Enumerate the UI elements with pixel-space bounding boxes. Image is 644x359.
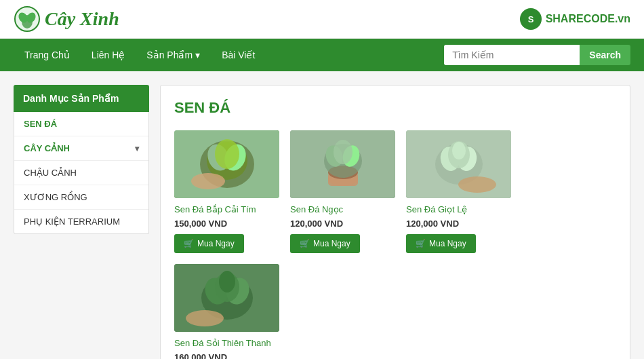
product-price-1: 150,000 VND bbox=[174, 219, 279, 229]
product-card-3: Sen Đá Giọt Lệ 120,000 VND 🛒 Mua Ngay bbox=[406, 130, 511, 253]
product-name-3: Sen Đá Giọt Lệ bbox=[406, 204, 511, 216]
buy-button-1[interactable]: 🛒 Mua Ngay bbox=[174, 234, 244, 253]
nav-item-contact[interactable]: Liên Hệ bbox=[81, 39, 136, 71]
sharecode-logo-icon: S bbox=[520, 8, 542, 30]
product-price-3: 120,000 VND bbox=[406, 219, 511, 229]
sidebar-item-senda[interactable]: SEN ĐÁ bbox=[14, 112, 148, 136]
svg-point-27 bbox=[458, 176, 496, 193]
product-image-4[interactable] bbox=[174, 264, 279, 332]
buy-button-3[interactable]: 🛒 Mua Ngay bbox=[406, 234, 476, 253]
nav-item-home[interactable]: Trang Chủ bbox=[14, 39, 81, 71]
product-card-2: Sen Đá Ngọc 120,000 VND 🛒 Mua Ngay bbox=[290, 130, 395, 253]
product-grid: Sen Đá Bắp Cải Tím 150,000 VND 🛒 Mua Nga… bbox=[174, 130, 616, 359]
sidebar: Danh Mục Sản Phẩm SEN ĐÁ CÂY CẢNH ▾ CHẬU… bbox=[14, 85, 149, 359]
product-name-4: Sen Đá Sỏi Thiên Thanh bbox=[174, 337, 279, 349]
product-name-2: Sen Đá Ngọc bbox=[290, 204, 395, 216]
cart-icon-3: 🛒 bbox=[416, 239, 426, 248]
sidebar-item-chauchanh[interactable]: CHẬU CẢNH bbox=[14, 161, 148, 185]
search-button[interactable]: Search bbox=[580, 45, 630, 65]
product-card-1: Sen Đá Bắp Cải Tím 150,000 VND 🛒 Mua Nga… bbox=[174, 130, 279, 253]
product-area-title: SEN ĐÁ bbox=[174, 99, 616, 117]
plant-svg-4 bbox=[174, 264, 279, 332]
header: Cây Xinh S SHARECODE.vn bbox=[0, 0, 644, 39]
sidebar-menu: SEN ĐÁ CÂY CẢNH ▾ CHẬU CẢNH XƯƠNG RỒNG P… bbox=[14, 112, 149, 234]
search-input[interactable] bbox=[444, 45, 580, 65]
svg-point-33 bbox=[219, 271, 235, 292]
sharecode-badge: S SHARECODE.vn bbox=[520, 8, 630, 30]
product-image-1[interactable] bbox=[174, 130, 279, 198]
cart-icon-1: 🛒 bbox=[184, 239, 194, 248]
nav-item-products[interactable]: Sản Phẩm ▾ bbox=[136, 39, 211, 71]
product-image-3[interactable] bbox=[406, 130, 511, 198]
nav-item-blog[interactable]: Bài Viết bbox=[211, 39, 266, 71]
product-area: SEN ĐÁ Sen Đá Bắp Cải Tím bbox=[160, 85, 630, 359]
product-name-1: Sen Đá Bắp Cải Tím bbox=[174, 204, 279, 216]
logo-text: Cây Xinh bbox=[45, 8, 119, 30]
sidebar-item-phukien[interactable]: PHỤ KIỆN TERRARIUM bbox=[14, 210, 148, 233]
chevron-icon: ▾ bbox=[135, 144, 139, 153]
cart-icon-2: 🛒 bbox=[300, 239, 310, 248]
plant-svg-1 bbox=[174, 130, 279, 198]
main-content: Danh Mục Sản Phẩm SEN ĐÁ CÂY CẢNH ▾ CHẬU… bbox=[0, 71, 644, 359]
dropdown-arrow-icon: ▾ bbox=[195, 50, 200, 60]
logo[interactable]: Cây Xinh bbox=[14, 5, 119, 33]
product-price-4: 160,000 VND bbox=[174, 352, 279, 359]
product-image-2[interactable] bbox=[290, 130, 395, 198]
product-price-2: 120,000 VND bbox=[290, 219, 395, 229]
svg-point-12 bbox=[191, 173, 225, 189]
product-card-4: Sen Đá Sỏi Thiên Thanh 160,000 VND 🛒 Mua… bbox=[174, 264, 279, 359]
logo-icon bbox=[14, 5, 41, 33]
svg-point-34 bbox=[186, 310, 224, 326]
plant-svg-3 bbox=[406, 130, 511, 198]
sidebar-item-xuongcong[interactable]: XƯƠNG RỒNG bbox=[14, 185, 148, 210]
nav: Trang Chủ Liên Hệ Sản Phẩm ▾ Bài Viết Se… bbox=[0, 39, 644, 71]
nav-left: Trang Chủ Liên Hệ Sản Phẩm ▾ Bài Viết bbox=[14, 39, 266, 71]
svg-point-26 bbox=[452, 142, 466, 159]
nav-search: Search bbox=[444, 45, 630, 65]
plant-svg-2 bbox=[290, 130, 395, 198]
buy-button-2[interactable]: 🛒 Mua Ngay bbox=[290, 234, 360, 253]
svg-point-20 bbox=[334, 140, 353, 164]
sidebar-title: Danh Mục Sản Phẩm bbox=[14, 85, 149, 112]
sidebar-item-caychanh[interactable]: CÂY CẢNH ▾ bbox=[14, 136, 148, 161]
sharecode-text: SHARECODE.vn bbox=[546, 13, 630, 25]
svg-text:S: S bbox=[527, 14, 534, 24]
svg-point-11 bbox=[215, 139, 239, 169]
